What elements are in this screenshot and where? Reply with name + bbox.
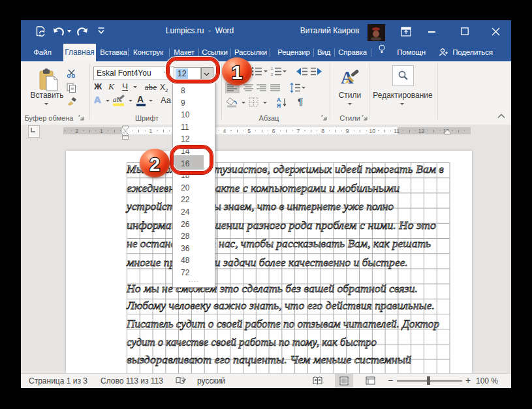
svg-text:2: 2 bbox=[271, 72, 273, 76]
svg-text:1: 1 bbox=[232, 61, 243, 83]
svg-text:1: 1 bbox=[271, 67, 273, 70]
svg-text:2: 2 bbox=[149, 154, 160, 175]
svg-text:Я: Я bbox=[277, 102, 281, 108]
svg-text:A: A bbox=[341, 68, 354, 87]
